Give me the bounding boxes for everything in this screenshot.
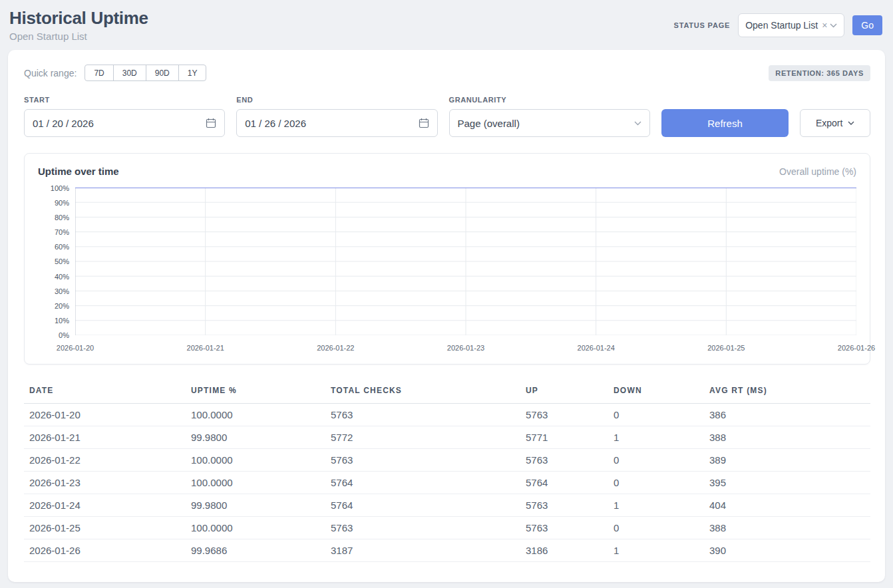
cell-total-checks: 3187	[325, 539, 520, 562]
chevron-down-icon	[830, 23, 837, 28]
chart-title: Uptime over time	[38, 166, 119, 177]
clear-selection-icon[interactable]: ×	[822, 20, 827, 31]
granularity-label: GRANULARITY	[449, 96, 650, 104]
quick-range-7d-button[interactable]: 7D	[85, 65, 113, 81]
refresh-button[interactable]: Refresh	[661, 109, 789, 137]
cell-up: 5763	[520, 404, 608, 426]
cell-uptime: 100.0000	[186, 449, 325, 472]
cell-total-checks: 5772	[325, 426, 520, 449]
start-date-value: 01 / 20 / 2026	[33, 118, 94, 129]
uptime-panel: Quick range: 7D 30D 90D 1Y RETENTION: 36…	[8, 50, 885, 582]
cell-date: 2026-01-26	[24, 539, 186, 562]
table-row: 2026-01-25 100.0000 5763 5763 0 388	[24, 517, 870, 539]
cell-avg-rt: 389	[704, 449, 870, 472]
x-tick: 2026-01-24	[578, 344, 615, 352]
controls-row: START 01 / 20 / 2026 END 01 / 26 / 2026 …	[24, 96, 870, 137]
cell-uptime: 100.0000	[186, 472, 325, 494]
chart-plot-area	[75, 188, 856, 335]
table-header-row: DATE UPTIME % TOTAL CHECKS UP DOWN AVG R…	[24, 380, 870, 404]
quick-range-90d-button[interactable]: 90D	[146, 65, 179, 81]
end-date-input[interactable]: 01 / 26 / 2026	[236, 109, 437, 137]
quick-range-group: 7D 30D 90D 1Y	[85, 65, 206, 81]
status-page-label: STATUS PAGE	[674, 21, 731, 29]
y-tick: 20%	[55, 302, 69, 310]
status-page-selected-value: Open Startup List	[745, 20, 818, 31]
calendar-icon[interactable]	[206, 118, 216, 128]
cell-uptime: 99.9800	[186, 494, 325, 517]
cell-total-checks: 5764	[325, 472, 520, 494]
y-tick: 90%	[55, 199, 69, 207]
page-subtitle: Open Startup List	[9, 31, 148, 42]
x-tick: 2026-01-20	[57, 344, 94, 352]
calendar-icon[interactable]	[419, 118, 429, 128]
cell-uptime: 100.0000	[186, 517, 325, 539]
col-header-up: UP	[520, 380, 608, 404]
x-tick: 2026-01-22	[317, 344, 354, 352]
cell-down: 1	[608, 426, 704, 449]
export-button-label: Export	[816, 118, 842, 128]
cell-uptime: 99.9800	[186, 426, 325, 449]
granularity-value: Page (overall)	[458, 118, 520, 129]
cell-avg-rt: 388	[704, 426, 870, 449]
granularity-select[interactable]: Page (overall)	[449, 109, 650, 137]
uptime-table: DATE UPTIME % TOTAL CHECKS UP DOWN AVG R…	[24, 380, 870, 562]
y-axis-labels: 100% 90% 80% 70% 60% 50% 40% 30% 20% 10%…	[38, 184, 75, 339]
quick-range-1y-button[interactable]: 1Y	[178, 65, 207, 81]
cell-up: 3186	[520, 539, 608, 562]
status-page-select[interactable]: Open Startup List ×	[738, 13, 844, 37]
page-header: Historical Uptime Open Startup List STAT…	[0, 0, 893, 47]
cell-date: 2026-01-24	[24, 494, 186, 517]
col-header-uptime: UPTIME %	[186, 380, 325, 404]
col-header-avg-rt: AVG RT (MS)	[704, 380, 870, 404]
start-date-input[interactable]: 01 / 20 / 2026	[24, 109, 225, 137]
cell-total-checks: 5763	[325, 404, 520, 426]
table-row: 2026-01-20 100.0000 5763 5763 0 386	[24, 404, 870, 426]
table-row: 2026-01-26 99.9686 3187 3186 1 390	[24, 539, 870, 562]
col-header-down: DOWN	[608, 380, 704, 404]
x-tick: 2026-01-25	[707, 344, 745, 352]
quick-range-row: Quick range: 7D 30D 90D 1Y RETENTION: 36…	[24, 65, 870, 81]
cell-down: 0	[608, 472, 704, 494]
y-tick: 100%	[51, 184, 69, 192]
cell-up: 5763	[520, 517, 608, 539]
cell-total-checks: 5763	[325, 517, 520, 539]
header-right: STATUS PAGE Open Startup List × Go	[674, 13, 882, 37]
cell-up: 5763	[520, 494, 608, 517]
chevron-down-icon	[634, 121, 641, 126]
cell-down: 1	[608, 539, 704, 562]
cell-date: 2026-01-25	[24, 517, 186, 539]
cell-date: 2026-01-23	[24, 472, 186, 494]
cell-total-checks: 5763	[325, 449, 520, 472]
x-tick: 2026-01-23	[447, 344, 484, 352]
cell-down: 0	[608, 404, 704, 426]
export-button[interactable]: Export	[800, 109, 870, 137]
cell-avg-rt: 395	[704, 472, 870, 494]
end-date-value: 01 / 26 / 2026	[245, 118, 306, 129]
cell-avg-rt: 388	[704, 517, 870, 539]
y-tick: 40%	[55, 273, 69, 281]
cell-avg-rt: 404	[704, 494, 870, 517]
y-tick: 80%	[55, 214, 69, 221]
title-block: Historical Uptime Open Startup List	[9, 8, 148, 42]
table-row: 2026-01-24 99.9800 5764 5763 1 404	[24, 494, 870, 517]
quick-range-label: Quick range:	[24, 68, 77, 78]
uptime-chart-svg	[75, 188, 856, 335]
cell-avg-rt: 386	[704, 404, 870, 426]
x-tick: 2026-01-26	[838, 344, 875, 352]
cell-uptime: 99.9686	[186, 539, 325, 562]
cell-up: 5764	[520, 472, 608, 494]
cell-uptime: 100.0000	[186, 404, 325, 426]
y-tick: 30%	[55, 287, 69, 295]
cell-avg-rt: 390	[704, 539, 870, 562]
start-date-field: START 01 / 20 / 2026	[24, 96, 225, 137]
go-button[interactable]: Go	[852, 15, 882, 35]
table-row: 2026-01-21 99.9800 5772 5771 1 388	[24, 426, 870, 449]
cell-date: 2026-01-20	[24, 404, 186, 426]
end-date-field: END 01 / 26 / 2026	[236, 96, 437, 137]
cell-up: 5771	[520, 426, 608, 449]
y-tick: 70%	[55, 228, 69, 236]
cell-down: 1	[608, 494, 704, 517]
end-date-label: END	[236, 96, 437, 104]
quick-range-30d-button[interactable]: 30D	[113, 65, 146, 81]
cell-date: 2026-01-22	[24, 449, 186, 472]
